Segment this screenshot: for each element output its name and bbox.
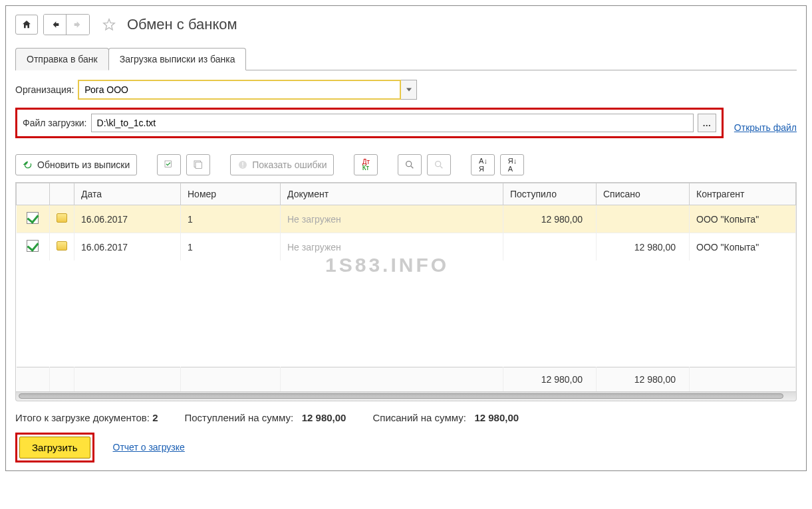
document-icon: [57, 241, 67, 251]
check-all-button[interactable]: [157, 154, 181, 175]
table-row[interactable]: 16.06.2017 1 Не загружен 12 980,00 ООО "…: [17, 233, 796, 261]
horizontal-scrollbar[interactable]: [15, 392, 797, 401]
org-dropdown-button[interactable]: [401, 80, 417, 100]
sort-desc-icon: Я↓А: [508, 157, 517, 173]
sort-asc-button[interactable]: А↓Я: [471, 154, 495, 175]
svg-rect-4: [243, 162, 243, 165]
ellipsis-icon: …: [702, 118, 711, 128]
checkbox-icon[interactable]: [27, 212, 39, 224]
empty-area: [17, 260, 796, 367]
home-button[interactable]: [15, 15, 38, 35]
svg-line-9: [440, 166, 442, 168]
nav-back-button[interactable]: [44, 15, 67, 35]
tab-bar: Отправка в банк Загрузка выписки из банк…: [15, 47, 797, 70]
org-input[interactable]: [78, 80, 401, 100]
sort-desc-button[interactable]: Я↓А: [500, 154, 524, 175]
col-debited[interactable]: Списано: [597, 183, 690, 205]
col-date[interactable]: Дата: [74, 183, 181, 205]
summary-docs-label: Итого к загрузке документов:: [15, 412, 150, 423]
nav-forward-button[interactable]: [67, 15, 89, 35]
svg-rect-2: [196, 162, 202, 168]
refresh-button[interactable]: Обновить из выписки: [15, 154, 137, 175]
magnifier-clear-icon: [434, 159, 444, 170]
checkbox-icon[interactable]: [27, 240, 39, 252]
org-label: Организация:: [15, 84, 74, 95]
svg-point-6: [406, 161, 412, 167]
tab-send-to-bank[interactable]: Отправка в банк: [15, 48, 109, 70]
uncheck-all-icon: [193, 159, 203, 170]
file-label: Файл загрузки:: [23, 118, 87, 128]
tab-load-statement[interactable]: Загрузка выписки из банка: [108, 48, 247, 70]
report-link[interactable]: Отчет о загрузке: [113, 442, 185, 453]
svg-rect-5: [243, 167, 243, 167]
uncheck-all-button[interactable]: [186, 154, 210, 175]
check-all-icon: [164, 159, 174, 170]
dtct-button[interactable]: ДтКт: [354, 154, 378, 175]
magnifier-icon: [404, 159, 415, 170]
col-contractor[interactable]: Контрагент: [690, 183, 796, 205]
chevron-down-icon: [406, 87, 412, 92]
search-button[interactable]: [398, 154, 422, 175]
svg-line-7: [411, 166, 413, 168]
clear-search-button[interactable]: [427, 154, 451, 175]
summary-out-value: 12 980,00: [474, 412, 519, 423]
summary-in-label: Поступлений на сумму:: [184, 412, 293, 423]
summary-in-value: 12 980,00: [302, 412, 346, 423]
page-title: Обмен с банком: [127, 16, 237, 33]
file-path-input[interactable]: [91, 114, 694, 132]
error-icon: [237, 159, 248, 170]
col-number[interactable]: Номер: [181, 183, 281, 205]
star-icon: [102, 17, 116, 32]
col-document[interactable]: Документ: [281, 183, 503, 205]
svg-rect-0: [165, 161, 171, 167]
sort-asc-icon: А↓Я: [479, 157, 487, 173]
dtkt-icon: ДтКт: [362, 159, 370, 171]
file-browse-button[interactable]: …: [698, 114, 716, 132]
refresh-icon: [23, 159, 33, 170]
arrow-right-icon: [72, 19, 83, 30]
col-received[interactable]: Поступило: [503, 183, 597, 205]
open-file-link[interactable]: Открыть файл: [734, 122, 797, 133]
show-errors-button[interactable]: Показать ошибки: [230, 154, 334, 175]
nav-history-group: [43, 14, 90, 35]
home-icon: [21, 19, 32, 30]
summary-out-label: Списаний на сумму:: [372, 412, 466, 423]
totals-row: 12 980,00 12 980,00: [17, 367, 796, 391]
statement-table: Дата Номер Документ Поступило Списано Ко…: [16, 183, 796, 391]
document-icon: [57, 213, 67, 223]
load-button-highlight: Загрузить: [15, 433, 94, 462]
svg-point-8: [436, 161, 441, 167]
load-button[interactable]: Загрузить: [19, 437, 90, 458]
arrow-left-icon: [50, 19, 61, 30]
table-row[interactable]: 16.06.2017 1 Не загружен 12 980,00 ООО "…: [17, 205, 796, 233]
summary-docs-value: 2: [152, 412, 158, 423]
favorite-button[interactable]: [99, 15, 119, 35]
